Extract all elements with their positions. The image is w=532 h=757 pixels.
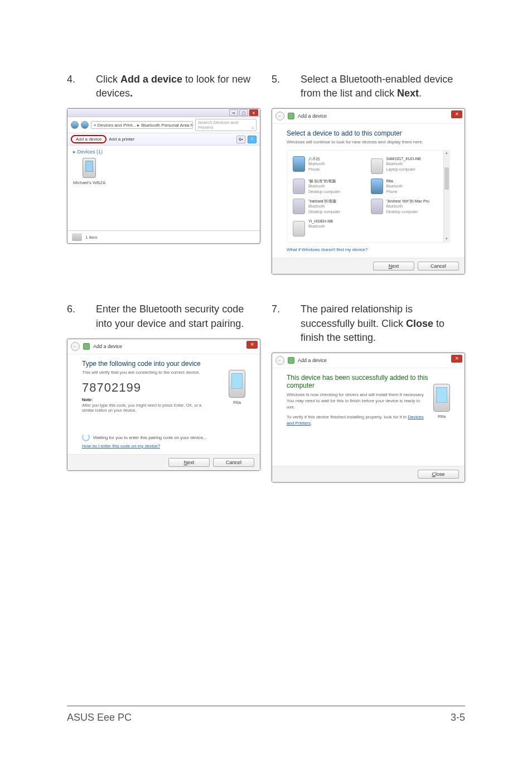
search-input[interactable]: Search Devices and Printers	[195, 119, 257, 131]
step-4: 4. Click Add a device to look for new de…	[67, 73, 260, 100]
step-5-pre: Select a Bluetooth-enabled device from t…	[301, 74, 453, 99]
device-item-text: "Andrew Yeh"的 Mac ProBluetoothDesktop co…	[386, 199, 429, 214]
status-device-icon	[72, 233, 82, 241]
next-button[interactable]: Next	[168, 458, 210, 467]
next-button[interactable]: Next	[373, 262, 414, 271]
waiting-text: Waiting for you to enter this pairing co…	[93, 435, 207, 440]
note-block: Note: After you type this code, you migh…	[82, 397, 210, 413]
cancel-button[interactable]: Cancel	[213, 458, 254, 467]
device-item-text: 八不拉BluetoothPhone	[308, 156, 325, 171]
footer-right: 3-5	[451, 712, 465, 724]
device-list-item[interactable]: "barbara"的電腦BluetoothDesktop computer	[291, 196, 369, 216]
device-list-scrollbar[interactable]: ▴ ▾	[443, 151, 449, 242]
wizard-back-button[interactable]: ←	[71, 342, 80, 351]
add-device-select-dialog: ✕ ← Add a device Select a device to add …	[272, 108, 465, 274]
add-device-button[interactable]: Add a device	[71, 135, 107, 143]
note-text: After you type this code, you might need…	[82, 403, 201, 413]
step-4-punct: .	[130, 88, 133, 99]
step-5: 5. Select a Bluetooth-enabled device fro…	[272, 73, 465, 100]
device-item-icon	[293, 156, 305, 172]
waiting-status: Waiting for you to enter this pairing co…	[82, 433, 245, 441]
device-preview: Rita	[433, 384, 450, 419]
pairing-code: 78702199	[82, 380, 245, 395]
breadcrumb-prefix: « Devices and Print... ▸	[94, 123, 139, 128]
step-5-text: Select a Bluetooth-enabled device from t…	[301, 73, 465, 100]
device-item-icon	[293, 199, 305, 214]
add-device-code-dialog: ✕ ← Add a device Type the following code…	[67, 339, 260, 471]
spinner-icon	[82, 433, 90, 441]
step-7-text: The paired relationship is successfully …	[301, 302, 465, 345]
step-6: 6. Enter the Bluetooth security code int…	[67, 302, 260, 330]
success-heading: This device has been successfully added …	[287, 374, 450, 389]
device-phone-icon	[229, 370, 245, 398]
device-item-text: SAM1017_KUO-NBBluetoothLaptop computer	[386, 156, 421, 171]
device-list-item[interactable]: "蘇 貽清"的電腦BluetoothDesktop computer	[291, 176, 369, 196]
devices-section-header[interactable]: ▸ Devices (1)	[73, 149, 254, 155]
step-7: 7. The paired relationship is successful…	[272, 302, 465, 345]
window-toolbar: Add a device Add a printer ⧉▾ ?	[67, 133, 260, 146]
device-name: Michael's WBZA	[73, 180, 105, 185]
device-list-item[interactable]: YI_HSIEH-NBBluetooth	[291, 216, 369, 239]
search-placeholder: Search Devices and Printers	[198, 120, 238, 130]
success-info-1: Windows is now checking for drivers and …	[287, 392, 426, 411]
device-item-icon	[371, 199, 383, 214]
select-device-heading: Select a device to add to this computer	[287, 129, 450, 137]
device-item-icon	[371, 158, 383, 174]
device-item-text: "barbara"的電腦BluetoothDesktop computer	[308, 199, 340, 214]
step-6-text: Enter the Bluetooth security code into y…	[96, 302, 260, 330]
device-list-item[interactable]: RitaBluetoothPhone	[369, 176, 447, 196]
devices-window: ━ ▢ ✕ « Devices and Print... ▸ Bluetooth…	[67, 108, 260, 244]
statusbar-text: 1 item	[85, 235, 98, 240]
step-4-bold: Add a device	[120, 74, 182, 85]
page-footer: ASUS Eee PC 3-5	[67, 706, 465, 724]
device-tile[interactable]: Michael's WBZA	[73, 158, 105, 185]
step-4-text: Click Add a device to look for new devic…	[96, 73, 260, 100]
device-list-item[interactable]: SAM1017_KUO-NBBluetoothLaptop computer	[369, 154, 447, 176]
step-4-number: 4.	[67, 73, 80, 86]
wizard-title-icon	[288, 357, 294, 364]
forward-button[interactable]	[81, 121, 89, 129]
note-label: Note:	[82, 397, 93, 402]
breadcrumb[interactable]: « Devices and Print... ▸ Bluetooth Perso…	[91, 121, 193, 129]
device-item-icon	[371, 179, 383, 194]
help-button[interactable]: ?	[248, 136, 257, 143]
wizard-title-icon	[288, 113, 294, 119]
wizard-title: Add a device	[298, 358, 327, 363]
window-minimize-button[interactable]: ━	[229, 109, 238, 116]
view-button[interactable]: ⧉▾	[236, 136, 245, 143]
device-preview: Rita	[229, 370, 245, 405]
back-button[interactable]	[71, 121, 79, 129]
step-5-post: .	[419, 88, 422, 99]
device-item-text: RitaBluetoothPhone	[386, 179, 403, 194]
window-titlebar: ━ ▢ ✕	[67, 109, 260, 117]
device-item-icon	[293, 221, 305, 237]
device-list-item[interactable]: 八不拉BluetoothPhone	[291, 154, 369, 176]
window-nav: « Devices and Print... ▸ Bluetooth Perso…	[67, 117, 260, 133]
device-item-text: "蘇 貽清"的電腦BluetoothDesktop computer	[308, 179, 340, 194]
wizard-back-button[interactable]: ←	[275, 112, 284, 120]
wizard-back-button[interactable]: ←	[275, 356, 284, 365]
cancel-button[interactable]: Cancel	[418, 262, 459, 271]
step-5-number: 5.	[272, 73, 285, 86]
add-printer-button[interactable]: Add a printer	[109, 137, 134, 142]
footer-left: ASUS Eee PC	[67, 712, 132, 724]
success-info-2-pre: To verify if this device finished instal…	[287, 414, 408, 420]
success-info-2: To verify if this device finished instal…	[287, 414, 426, 426]
window-close-button[interactable]: ✕	[249, 109, 258, 116]
device-phone-icon	[83, 158, 96, 178]
device-preview-name: Rita	[433, 414, 450, 419]
help-link[interactable]: How do I enter this code on my device?	[82, 443, 160, 449]
device-list-item[interactable]: "Andrew Yeh"的 Mac ProBluetoothDesktop co…	[369, 196, 447, 216]
step-7-bold: Close	[406, 318, 433, 329]
device-phone-icon	[433, 384, 450, 412]
window-maximize-button[interactable]: ▢	[239, 109, 248, 116]
wizard-title: Add a device	[298, 113, 327, 119]
wizard-title-icon	[83, 343, 90, 350]
help-link[interactable]: What if Windows doesn't find my device?	[287, 247, 367, 252]
close-button[interactable]: Close	[418, 470, 459, 479]
type-code-subtext: This will verify that you are connecting…	[82, 370, 245, 375]
step-5-bold: Next	[397, 88, 419, 99]
device-item-text: YI_HSIEH-NBBluetooth	[308, 219, 333, 229]
device-list: 八不拉BluetoothPhoneSAM1017_KUO-NBBluetooth…	[287, 150, 450, 243]
add-device-success-dialog: ✕ ← Add a device This device has been su…	[272, 353, 465, 483]
